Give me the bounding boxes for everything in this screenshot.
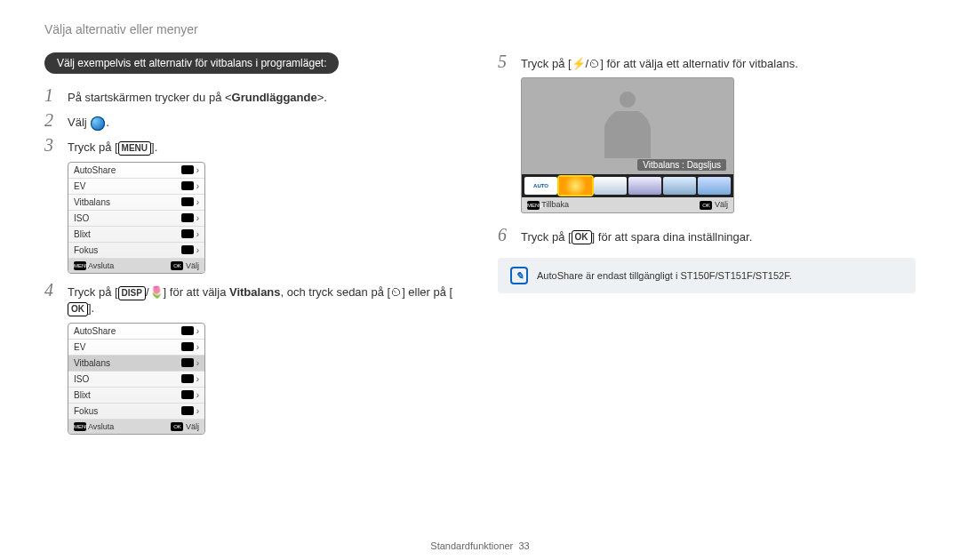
- option-icon: [181, 245, 194, 254]
- step-text: Tryck på [: [521, 57, 572, 70]
- step-text: Tryck på [: [68, 140, 118, 154]
- menu-item-label: Blixt: [74, 390, 181, 400]
- menu-footer-left: Avsluta: [88, 261, 114, 270]
- menu-panel-2: AutoShare› EV› Vitbalans› ISO› Blixt› Fo…: [68, 323, 205, 436]
- wb-option-cloudy[interactable]: [594, 177, 627, 195]
- flash-icon: ⚡: [572, 57, 586, 70]
- menu-item-label: EV: [74, 342, 181, 352]
- step-text: ] för att välja: [164, 285, 229, 299]
- step-2: 2 Välj .: [44, 111, 462, 131]
- menu-item-autoshare[interactable]: AutoShare›: [68, 324, 204, 340]
- option-icon: [181, 213, 194, 222]
- menu-item-label: Fokus: [74, 245, 181, 255]
- chevron-right-icon: ›: [196, 390, 199, 400]
- wb-option-fluorescent-h[interactable]: [628, 177, 661, 195]
- option-icon: [181, 358, 194, 367]
- menu-item-label: Fokus: [74, 406, 181, 416]
- step-number: 5: [498, 52, 512, 70]
- option-icon: [181, 342, 194, 351]
- disp-key-icon: DISP: [118, 286, 146, 300]
- chevron-right-icon: ›: [196, 229, 199, 239]
- wb-option-auto[interactable]: AUTO: [524, 177, 557, 195]
- menu-key-icon: MENU: [527, 201, 540, 210]
- menu-key-icon: MENU: [74, 261, 86, 270]
- left-column: Välj exempelvis ett alternativ för vitba…: [44, 52, 462, 442]
- menu-footer: MENU Avsluta OK Välj: [68, 420, 204, 435]
- step-3: 3 Tryck på [MENU].: [44, 136, 462, 156]
- option-icon: [181, 390, 194, 399]
- menu-item-label: ISO: [74, 374, 181, 384]
- step-4: 4 Tryck på [DISP/🌷] för att välja Vitbal…: [44, 281, 462, 316]
- step-text: Tryck på [: [521, 230, 572, 244]
- option-icon: [181, 406, 194, 415]
- menu-key-icon: MENU: [74, 422, 86, 431]
- chevron-right-icon: ›: [196, 213, 199, 223]
- info-callout: ✎ AutoShare är endast tillgängligt i ST1…: [498, 258, 916, 293]
- chevron-right-icon: ›: [196, 358, 199, 368]
- menu-item-label: AutoShare: [74, 165, 181, 175]
- chevron-right-icon: ›: [196, 197, 199, 207]
- step-text: , och tryck sedan på [: [281, 285, 391, 299]
- p-mode-icon: [91, 116, 105, 131]
- step-text: Välj: [68, 116, 90, 129]
- footer-label: Standardfunktioner: [430, 540, 513, 551]
- step-text: ] för att välja ett alternativ för vitba…: [600, 57, 798, 70]
- menu-item-label: AutoShare: [74, 326, 181, 336]
- step-text: >.: [317, 91, 327, 104]
- step-text: ].: [151, 140, 157, 154]
- section-pill: Välj exempelvis ett alternativ för vitba…: [44, 52, 339, 74]
- menu-item-label: Vitbalans: [74, 358, 181, 368]
- menu-footer-right: Välj: [186, 422, 199, 431]
- menu-item-autoshare[interactable]: AutoShare›: [68, 163, 204, 179]
- page-title: Välja alternativ eller menyer: [44, 22, 916, 36]
- step-text: Tryck på [: [68, 285, 118, 299]
- menu-item-blixt[interactable]: Blixt›: [68, 388, 204, 404]
- option-icon: [181, 165, 194, 174]
- ok-key-icon: OK: [700, 201, 712, 210]
- menu-item-label: EV: [74, 181, 181, 191]
- step-number: 2: [44, 111, 59, 129]
- chevron-right-icon: ›: [196, 374, 199, 384]
- step-6: 6 Tryck på [OK] för att spara dina instä…: [498, 226, 916, 245]
- preview-footer: MENU Tillbaka OK Välj: [522, 197, 733, 212]
- step-number: 6: [498, 226, 512, 244]
- menu-item-label: Vitbalans: [74, 197, 181, 207]
- wb-option-daylight[interactable]: [559, 177, 592, 195]
- option-icon: [181, 326, 194, 335]
- footer-page-number: 33: [518, 540, 529, 551]
- wb-option-tungsten[interactable]: [698, 177, 731, 195]
- page-footer: Standardfunktioner 33: [0, 540, 960, 551]
- step-5: 5 Tryck på [⚡/⏲] för att välja ett alter…: [498, 52, 916, 72]
- step-text: ] för att spara dina inställningar.: [592, 230, 753, 244]
- step-text: På startskärmen trycker du på <: [68, 91, 232, 104]
- menu-footer-right: Välj: [186, 261, 199, 270]
- menu-item-iso[interactable]: ISO›: [68, 211, 204, 227]
- chevron-right-icon: ›: [196, 342, 199, 352]
- option-icon: [181, 229, 194, 238]
- menu-item-blixt[interactable]: Blixt›: [68, 227, 204, 243]
- wb-option-fluorescent-l[interactable]: [663, 177, 696, 195]
- menu-footer: MENU Avsluta OK Välj: [68, 259, 204, 274]
- menu-item-ev[interactable]: EV›: [68, 179, 204, 195]
- menu-item-label: ISO: [74, 213, 181, 223]
- menu-key-icon: MENU: [118, 141, 151, 156]
- step-number: 1: [44, 86, 59, 104]
- step-text: ].: [88, 301, 94, 315]
- menu-item-ev[interactable]: EV›: [68, 340, 204, 356]
- option-icon: [181, 181, 194, 190]
- timer-icon: ⏲: [588, 57, 600, 70]
- step-1: 1 På startskärmen trycker du på <Grundlä…: [44, 86, 462, 106]
- macro-icon: 🌷: [149, 285, 164, 299]
- wb-option-strip: AUTO: [522, 174, 733, 197]
- wb-preview: Vitbalans : Dagsljus AUTO MENU Tillbaka …: [521, 77, 734, 213]
- wb-status-label: Vitbalans : Dagsljus: [637, 159, 726, 171]
- menu-item-vitbalans[interactable]: Vitbalans›: [68, 195, 204, 211]
- step-text: ] eller på [: [402, 285, 452, 299]
- menu-item-fokus[interactable]: Fokus›: [68, 404, 204, 420]
- ok-key-icon: OK: [171, 422, 183, 431]
- menu-item-iso[interactable]: ISO›: [68, 372, 204, 388]
- info-text: AutoShare är endast tillgängligt i ST150…: [537, 270, 792, 281]
- chevron-right-icon: ›: [196, 181, 199, 191]
- menu-item-vitbalans-selected[interactable]: Vitbalans›: [68, 356, 204, 372]
- menu-item-fokus[interactable]: Fokus›: [68, 243, 204, 259]
